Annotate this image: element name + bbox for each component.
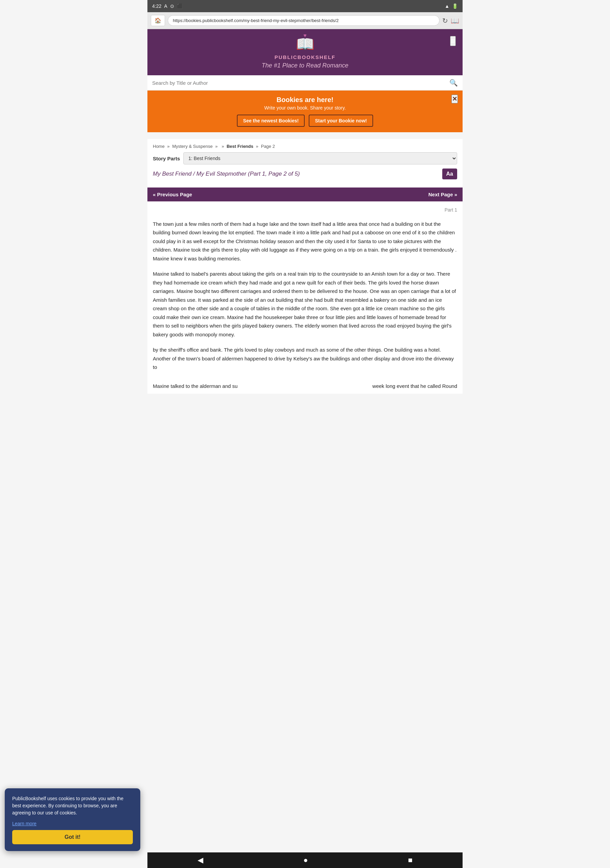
content-area: Home » Mystery & Suspense » » Best Frien… (147, 139, 463, 188)
breadcrumb-sep3: » (221, 144, 224, 149)
notification-icon-c: ⬛ (177, 3, 183, 9)
promo-close-button[interactable]: ✕ (451, 95, 458, 104)
promo-banner: ✕ Bookies are here! Write your own book.… (147, 90, 463, 132)
breadcrumb-page: Page 2 (261, 144, 275, 149)
story-bottom-partial: Maxine talked to the alderman and su wee… (147, 383, 463, 394)
story-paragraph-1: The town just a few miles north of them … (153, 220, 457, 263)
browser-home-button[interactable]: 🏠 (151, 15, 165, 26)
browser-book-button[interactable]: 📖 (451, 17, 459, 25)
breadcrumb-home[interactable]: Home (153, 144, 165, 149)
story-content: Part 1 The town just a few miles north o… (147, 202, 463, 383)
breadcrumb-sep1: » (167, 144, 169, 149)
breadcrumb-story[interactable]: Best Friends (227, 144, 254, 149)
status-bar: 4:22 A ⊙ ⬛ ▲ 🔋 (147, 0, 463, 12)
breadcrumb: Home » Mystery & Suspense » » Best Frien… (153, 144, 457, 149)
search-icon: 🔍 (449, 79, 458, 87)
part-label: Part 1 (153, 206, 457, 214)
story-title-row: My Best Friend / My Evil Stepmother (Par… (153, 169, 457, 179)
promo-title: Bookies are here! (153, 96, 457, 104)
site-tagline: The #1 Place to Read Romance (262, 62, 348, 69)
menu-icon[interactable]: ≡ (450, 36, 456, 46)
story-paragraph-3: by the sheriff's office and bank. The gi… (153, 346, 457, 372)
story-title: My Best Friend / My Evil Stepmother (Par… (153, 170, 300, 177)
site-name-prefix: PUBLIC (274, 54, 297, 60)
previous-page-button[interactable]: « Previous Page (153, 192, 192, 197)
alderman-text-partial: Maxine talked to the alderman and su (153, 383, 238, 389)
status-right: ▲ 🔋 (444, 3, 458, 9)
search-input[interactable] (152, 80, 449, 86)
breadcrumb-sep4: » (256, 144, 258, 149)
status-time: 4:22 (152, 3, 161, 9)
breadcrumb-sep2: » (215, 144, 218, 149)
font-size-button[interactable]: Aa (442, 169, 457, 179)
site-header: ≡ 📖♥ PUBLICBOOKSHELF The #1 Place to Rea… (147, 29, 463, 75)
promo-buttons: See the newest Bookies! Start your Booki… (153, 115, 457, 127)
story-parts-label: Story Parts (153, 156, 180, 161)
status-left: 4:22 A ⊙ ⬛ (152, 3, 183, 9)
search-bar-row: 🔍 (147, 75, 463, 90)
story-paragraph-2: Maxine talked to Isabel's parents about … (153, 270, 457, 339)
round-text-partial: week long event that he called Round (372, 383, 457, 389)
battery-icon: 🔋 (452, 3, 458, 9)
start-bookie-button[interactable]: Start your Bookie now! (309, 115, 373, 127)
story-parts-row: Story Parts 1: Best Friends 2: Part 2 3:… (153, 152, 457, 164)
browser-bar: 🏠 https://bookies.publicbookshelf.com/my… (147, 12, 463, 29)
promo-subtitle: Write your own book. Share your story. (153, 105, 457, 110)
notification-icon-a: A (164, 3, 167, 9)
story-parts-select[interactable]: 1: Best Friends 2: Part 2 3: Part 3 (183, 152, 457, 164)
site-name: PUBLICBOOKSHELF (274, 54, 336, 60)
next-page-button[interactable]: Next Page » (428, 192, 457, 197)
see-newest-bookies-button[interactable]: See the newest Bookies! (237, 115, 305, 127)
site-logo-area: 📖♥ PUBLICBOOKSHELF The #1 Place to Read … (262, 35, 348, 69)
navigation-bar: « Previous Page Next Page » (147, 188, 463, 202)
logo-book-icon: 📖♥ (296, 35, 314, 53)
url-bar[interactable]: https://bookies.publicbookshelf.com/my-b… (168, 15, 440, 26)
breadcrumb-category[interactable]: Mystery & Suspense (172, 144, 212, 149)
browser-reload-button[interactable]: ↻ (442, 17, 448, 25)
wifi-icon: ▲ (444, 3, 449, 9)
site-name-suffix: BOOKSHELF (297, 54, 336, 60)
notification-icon-b: ⊙ (170, 3, 174, 9)
